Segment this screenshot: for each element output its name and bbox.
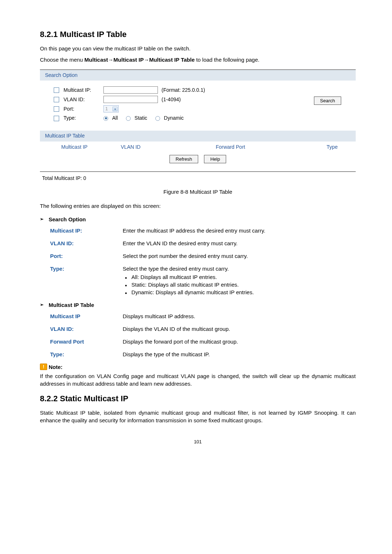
vlan-id-input[interactable] (103, 96, 158, 103)
term-type: Type: (50, 265, 123, 296)
col-type: Type (309, 144, 356, 151)
port-checkbox[interactable] (54, 106, 59, 112)
term-forward-port: Forward Port (50, 338, 123, 345)
multicast-ip-label: Multicast IP: (64, 87, 103, 94)
vlan-id-hint: (1-4094) (162, 96, 181, 103)
note-body: If the configuration on VLAN Config page… (40, 372, 356, 387)
section-2-body: Static Multicast IP table, isolated from… (40, 409, 356, 424)
multicast-table-heading: ➢ Multicast IP Table (40, 301, 356, 309)
triangle-icon: ➢ (40, 302, 44, 308)
menu-prefix: Choose the menu (40, 57, 85, 63)
table-header-row: Multicast IP VLAN ID Forward Port Type (40, 141, 356, 153)
total-count: Total Multicast IP: 0 (42, 175, 356, 182)
note-block: ! Note: If the configuration on VLAN Con… (40, 363, 356, 387)
menu-suffix: to load the following page. (195, 57, 259, 63)
page-number: 101 (40, 439, 356, 445)
type-radio-group: All Static Dynamic (103, 115, 189, 122)
multicast-ip-input[interactable] (103, 86, 158, 94)
port-label: Port: (64, 106, 103, 113)
term-port: Port: (50, 252, 123, 260)
desc-multicast-ip-2: Displays multicast IP address. (123, 312, 356, 320)
port-select-value: 1 (105, 106, 108, 112)
help-button[interactable]: Help (204, 155, 226, 163)
col-forward-port: Forward Port (152, 144, 309, 151)
type-static-label: Static (135, 115, 147, 122)
desc-vlan-id: Enter the VLAN ID the desired entry must… (123, 239, 356, 247)
vlan-id-label: VLAN ID: (64, 96, 103, 103)
refresh-button[interactable]: Refresh (170, 155, 199, 163)
chevron-down-icon: ▾ (113, 107, 118, 111)
triangle-icon: ➢ (40, 216, 44, 222)
section-heading-1: 8.2.1 Multicast IP Table (40, 29, 356, 40)
figure-screenshot: Search Option Multicast IP: (Format: 225… (40, 69, 356, 172)
type-radio-all[interactable] (103, 116, 108, 121)
multicast-ip-checkbox[interactable] (54, 87, 59, 93)
type-all-label: All (112, 115, 118, 122)
type-bullet-all: All: Displays all multicast IP entries. (123, 273, 356, 281)
warning-icon: ! (40, 364, 47, 370)
type-dynamic-label: Dynamic (164, 115, 184, 122)
term-multicast-ip-2: Multicast IP (50, 312, 123, 320)
search-option-heading: ➢ Search Option (40, 216, 356, 223)
menu-path: Multicast→Multicast IP→Multicast IP Tabl… (85, 57, 195, 63)
term-vlan-id-2: VLAN ID: (50, 325, 123, 333)
figure-caption: Figure 8-8 Multicast IP Table (40, 188, 356, 196)
type-desc-text: Select the type the desired entry must c… (123, 266, 229, 272)
type-checkbox[interactable] (54, 116, 59, 121)
term-type-2: Type: (50, 350, 123, 358)
section-heading-2: 8.2.2 Static Multicast IP (40, 393, 356, 405)
term-multicast-ip: Multicast IP: (50, 227, 123, 234)
col-multicast-ip: Multicast IP (40, 144, 109, 151)
desc-type: Select the type the desired entry must c… (123, 265, 356, 296)
search-option-bar: Search Option (40, 70, 356, 81)
type-bullet-static: Static: Displays all static multicast IP… (123, 281, 356, 288)
desc-forward-port: Displays the forward port of the multica… (123, 338, 356, 345)
col-vlan-id: VLAN ID (109, 144, 152, 151)
menu-instruction: Choose the menu Multicast→Multicast IP→M… (40, 56, 356, 63)
term-vlan-id: VLAN ID: (50, 239, 123, 247)
type-label: Type: (64, 115, 103, 122)
multicast-table-title: Multicast IP Table (49, 301, 94, 309)
multicast-ip-hint: (Format: 225.0.0.1) (162, 87, 205, 94)
multicast-table-bar: Multicast IP Table (40, 131, 356, 141)
desc-port: Select the port number the desired entry… (123, 252, 356, 260)
type-bullet-dynamic: Dynamic: Displays all dynamic multicast … (123, 288, 356, 296)
type-radio-static[interactable] (126, 116, 131, 121)
desc-multicast-ip: Enter the multicast IP address the desir… (123, 227, 356, 234)
search-option-title: Search Option (49, 216, 86, 223)
note-label: Note: (49, 363, 62, 371)
intro-text: On this page you can view the multicast … (40, 45, 356, 52)
desc-type-2: Displays the type of the multicast IP. (123, 350, 356, 358)
vlan-id-checkbox[interactable] (54, 97, 59, 102)
search-button[interactable]: Search (314, 97, 341, 105)
type-radio-dynamic[interactable] (155, 116, 160, 121)
entries-intro: The following entries are displayed on t… (40, 202, 356, 210)
port-select[interactable]: 1 ▾ (103, 105, 119, 112)
desc-vlan-id-2: Displays the VLAN ID of the multicast gr… (123, 325, 356, 333)
